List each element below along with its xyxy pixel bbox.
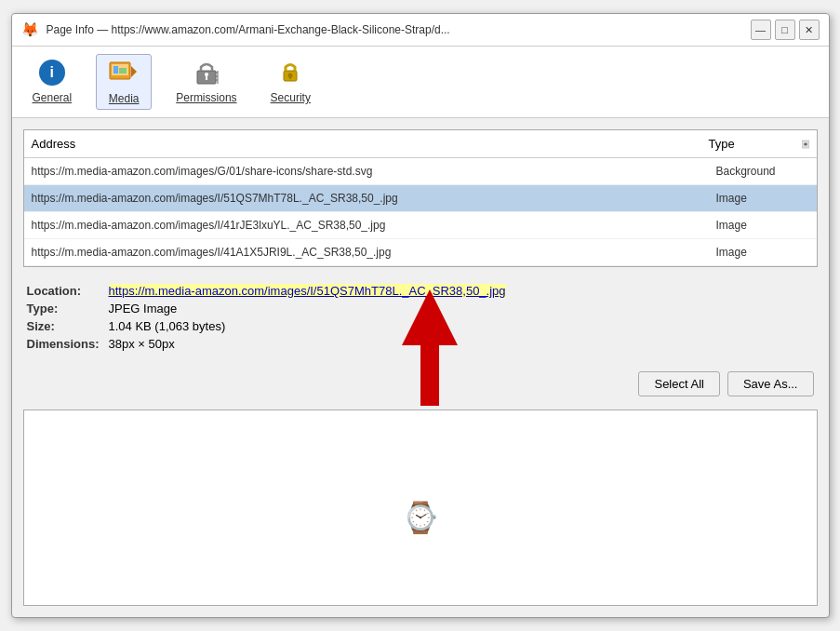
scroll-header-col <box>794 134 817 154</box>
firefox-icon: 🦊 <box>21 21 39 38</box>
row-0-address: https://m.media-amazon.com/images/G/01/s… <box>24 162 709 181</box>
preview-panel: ⌚ <box>23 409 818 606</box>
table-row[interactable]: https://m.media-amazon.com/images/I/51QS… <box>24 185 817 212</box>
address-column-header: Address <box>24 134 701 154</box>
location-value[interactable]: https://m.media-amazon.com/images/I/51QS… <box>109 284 506 298</box>
size-row: Size: 1.04 KB (1,063 bytes) <box>27 319 814 333</box>
svg-rect-2 <box>113 66 118 74</box>
svg-marker-4 <box>131 66 137 77</box>
media-table: Address Type https://m.media-amazon.com/… <box>23 129 818 267</box>
table-row[interactable]: https://m.media-amazon.com/images/I/41rJ… <box>24 212 817 239</box>
tab-media-label: Media <box>109 92 140 105</box>
row-3-address: https://m.media-amazon.com/images/I/41A1… <box>24 243 709 262</box>
security-icon-container <box>275 58 305 87</box>
row-3-type: Image <box>709 243 802 262</box>
tab-general-label: General <box>33 91 73 104</box>
type-column-header: Type <box>701 134 794 154</box>
row-0-type: Background <box>709 162 802 181</box>
media-icon-container <box>109 59 139 88</box>
tab-security-label: Security <box>271 91 311 104</box>
location-label: Location: <box>27 284 101 298</box>
titlebar-controls: — □ ✕ <box>751 20 820 40</box>
permissions-icon <box>192 58 221 87</box>
type-row: Type: JPEG Image <box>27 302 814 316</box>
titlebar: 🦊 Page Info — https://www.amazon.com/Arm… <box>12 14 829 47</box>
preview-image: ⌚ <box>402 500 439 535</box>
table-row[interactable]: https://m.media-amazon.com/images/G/01/s… <box>24 158 817 185</box>
row-2-type: Image <box>709 216 802 235</box>
tab-security[interactable]: Security <box>261 54 320 110</box>
tab-permissions-label: Permissions <box>176 91 236 104</box>
svg-point-14 <box>288 74 293 78</box>
svg-point-8 <box>205 73 208 76</box>
select-all-button[interactable]: Select All <box>638 371 719 396</box>
security-icon <box>275 58 305 87</box>
location-row: Location: https://m.media-amazon.com/ima… <box>27 284 814 298</box>
tab-general[interactable]: i General <box>23 54 82 110</box>
row-1-address: https://m.media-amazon.com/images/I/51QS… <box>24 189 709 208</box>
dimensions-label: Dimensions: <box>27 337 101 351</box>
tab-toolbar: i General Media <box>12 47 829 118</box>
page-info-window: 🦊 Page Info — https://www.amazon.com/Arm… <box>11 13 830 618</box>
table-header: Address Type <box>24 130 817 158</box>
tab-media[interactable]: Media <box>96 54 152 110</box>
size-value: 1.04 KB (1,063 bytes) <box>109 319 226 333</box>
maximize-button[interactable]: □ <box>775 20 795 40</box>
titlebar-left: 🦊 Page Info — https://www.amazon.com/Arm… <box>21 21 450 38</box>
table-row[interactable]: https://m.media-amazon.com/images/I/41A1… <box>24 239 817 266</box>
size-label: Size: <box>27 319 101 333</box>
window-title: Page Info — https://www.amazon.com/Arman… <box>47 23 450 36</box>
dimensions-value: 38px × 50px <box>109 337 175 351</box>
scroll-icon <box>802 139 809 150</box>
media-icon <box>109 59 139 88</box>
row-2-address: https://m.media-amazon.com/images/I/41rJ… <box>24 216 709 235</box>
action-buttons: Select All Save As... <box>23 368 818 400</box>
close-button[interactable]: ✕ <box>799 20 820 40</box>
row-1-type: Image <box>709 189 802 208</box>
save-as-button[interactable]: Save As... <box>727 371 814 396</box>
info-icon: i <box>39 60 65 86</box>
general-icon: i <box>37 58 67 87</box>
type-value: JPEG Image <box>109 302 178 316</box>
main-content: Address Type https://m.media-amazon.com/… <box>12 118 829 617</box>
permissions-icon-container <box>192 58 221 87</box>
tab-permissions[interactable]: Permissions <box>167 54 246 110</box>
type-label: Type: <box>27 302 101 316</box>
details-panel: Location: https://m.media-amazon.com/ima… <box>23 276 818 358</box>
svg-rect-3 <box>119 68 127 74</box>
minimize-button[interactable]: — <box>751 20 771 40</box>
dimensions-row: Dimensions: 38px × 50px <box>27 337 814 351</box>
